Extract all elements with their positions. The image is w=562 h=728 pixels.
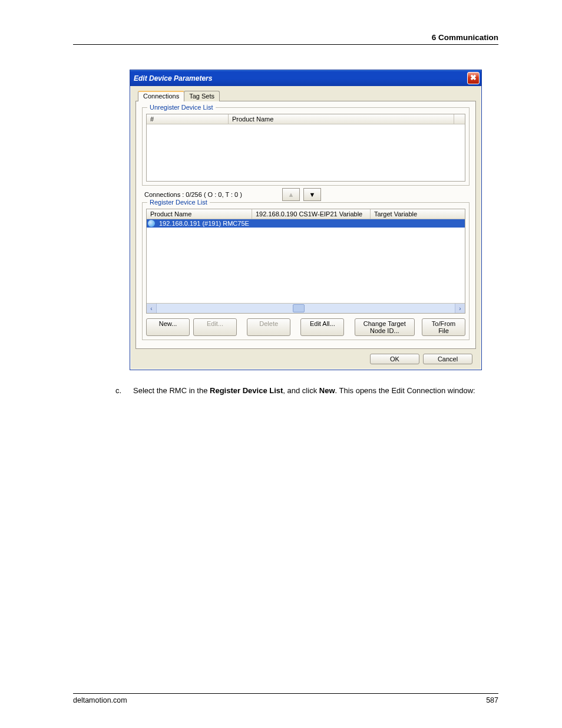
window-title: Edit Device Parameters [134,74,467,83]
tab-connections[interactable]: Connections [138,91,184,101]
header-rule [73,44,498,45]
arrow-up-icon: ▲ [287,191,294,198]
register-list-body[interactable]: 192.168.0.191 (#191) RMC75E [147,219,465,303]
col-spacer [454,114,465,124]
tab-strip: Connections Tag Sets [138,91,476,101]
col-product-name[interactable]: Product Name [229,114,454,124]
screenshot-container: Edit Device Parameters ✖ Connections Tag… [130,70,482,370]
move-up-button[interactable]: ▲ [282,188,300,201]
move-buttons: ▲ ▼ [282,188,321,201]
register-list-header: Product Name 192.168.0.190 CS1W-EIP21 Va… [147,209,465,219]
running-head: 6 Communication [73,33,498,44]
edit-device-parameters-window: Edit Device Parameters ✖ Connections Tag… [130,70,482,370]
footer-rule [73,693,498,694]
footer-site: deltamotion.com [73,696,127,704]
edit-all-button[interactable]: Edit All... [300,318,344,336]
col-variable[interactable]: 192.168.0.190 CS1W-EIP21 Variable [252,209,371,219]
ok-button[interactable]: OK [370,354,419,364]
horizontal-scrollbar[interactable]: ‹ › [147,303,465,313]
window-titlebar[interactable]: Edit Device Parameters ✖ [130,70,481,86]
change-target-node-button[interactable]: Change Target Node ID... [355,318,415,336]
unregister-device-groupbox: Unregister Device List # Product Name [142,107,470,186]
edit-button[interactable]: Edit... [193,318,237,336]
list-item[interactable]: 192.168.0.191 (#191) RMC75E [147,219,465,228]
delete-button[interactable]: Delete [247,318,290,336]
connections-status-text: Connections : 0/256 ( O : 0, T : 0 ) [144,191,242,198]
unregister-group-title: Unregister Device List [147,104,216,111]
window-client-area: Connections Tag Sets Unregister Device L… [130,86,481,370]
list-item-text: 192.168.0.191 (#191) RMC75E [157,220,252,227]
scroll-thumb[interactable] [293,304,305,312]
col-product-name[interactable]: Product Name [147,209,252,219]
cancel-button[interactable]: Cancel [423,354,472,364]
close-icon[interactable]: ✖ [467,72,480,84]
step-text: Select the RMC in the Register Device Li… [133,386,475,397]
tab-tagsets[interactable]: Tag Sets [184,91,220,101]
register-device-groupbox: Register Device List Product Name 192.16… [142,202,470,340]
new-button[interactable]: New... [146,318,190,336]
col-hash[interactable]: # [147,114,229,124]
scroll-right-icon[interactable]: › [455,304,465,313]
page-footer: deltamotion.com 587 [73,693,498,704]
register-buttons-row: New... Edit... Delete Edit All... Change… [146,318,465,336]
unregister-list-header: # Product Name [147,114,465,124]
scroll-left-icon[interactable]: ‹ [147,304,157,313]
device-icon [148,220,155,227]
col-target-variable[interactable]: Target Variable [371,209,465,219]
unregister-listview[interactable]: # Product Name [146,114,465,182]
register-group-title: Register Device List [147,199,210,206]
instruction-step-c: c. Select the RMC in the Register Device… [115,386,498,397]
step-marker: c. [115,386,133,397]
register-listview[interactable]: Product Name 192.168.0.190 CS1W-EIP21 Va… [146,209,465,314]
dialog-bottom-buttons: OK Cancel [135,349,476,365]
manual-page: 6 Communication Edit Device Parameters ✖… [0,0,562,728]
unregister-list-body[interactable] [147,124,465,181]
move-down-button[interactable]: ▼ [303,188,321,201]
to-from-file-button[interactable]: To/From File [422,318,465,336]
tab-panel-connections: Unregister Device List # Product Name Co… [135,101,476,349]
page-number: 587 [486,696,498,704]
arrow-down-icon: ▼ [309,191,315,198]
